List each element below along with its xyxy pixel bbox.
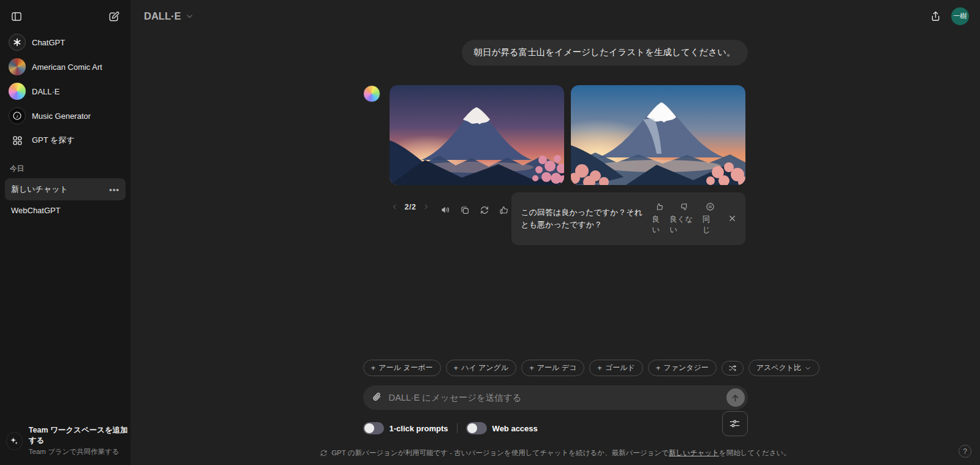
- thumbs-up-icon: [655, 202, 664, 211]
- grid-icon: [9, 132, 26, 149]
- send-button[interactable]: [726, 388, 745, 407]
- image-pager: 2/2: [390, 202, 432, 213]
- comic-avatar-icon: [9, 58, 26, 75]
- sidebar-item-label: GPT を探す: [32, 135, 75, 146]
- new-chat-link[interactable]: 新しいチャット: [669, 449, 719, 456]
- sidebar-item-label: Music Generator: [32, 112, 91, 121]
- history-section-label: 今日: [5, 153, 126, 178]
- style-chip-fantasy[interactable]: +ファンタジー: [648, 360, 717, 376]
- chip-label: ファンタジー: [663, 363, 708, 373]
- sidebar-item-chatgpt[interactable]: ChatGPT: [5, 31, 126, 54]
- toggle-label: 1-click prompts: [390, 424, 448, 433]
- feedback-same-button[interactable]: 同じ: [703, 202, 718, 235]
- user-message: 朝日が昇る富士山をイメージしたイラストを生成してください。: [462, 40, 748, 66]
- style-chip-high-angle[interactable]: +ハイ アングル: [446, 360, 517, 376]
- team-upsell-subtitle: Team プランで共同作業する: [29, 447, 130, 456]
- thumbs-up-icon[interactable]: [496, 202, 512, 218]
- sidebar-item-label: American Comic Art: [32, 62, 102, 72]
- feedback-option-label: 良い: [652, 214, 668, 235]
- version-notice: GPT の新バージョンが利用可能です - 古いバージョンを使用してチャットを続け…: [363, 448, 748, 458]
- dalle-color-wheel-icon: [9, 83, 26, 100]
- chatgpt-logo-icon: [9, 34, 26, 51]
- equals-circle-icon: [706, 202, 715, 211]
- notice-text: を開始してください。: [719, 449, 791, 456]
- assistant-turn: 2/2: [363, 85, 748, 218]
- sliders-icon: [729, 418, 741, 429]
- style-chip-gold[interactable]: +ゴールド: [589, 360, 643, 376]
- attach-file-icon[interactable]: [372, 392, 383, 403]
- arrow-up-icon: [730, 393, 741, 403]
- sidebar: ChatGPT American Comic Art DALL·E ♪ Musi…: [0, 0, 130, 465]
- sparkle-icon: [6, 432, 23, 450]
- generated-image-1[interactable]: [390, 85, 564, 185]
- sidebar-item-dalle[interactable]: DALL·E: [5, 80, 126, 103]
- message-input-bar: [363, 385, 748, 410]
- history-item-label: WebChatGPT: [11, 206, 61, 215]
- one-click-prompts-toggle[interactable]: 1-click prompts: [363, 422, 448, 434]
- topbar: DALL·E 一樹: [130, 0, 980, 30]
- previous-page-icon[interactable]: [390, 202, 400, 213]
- team-workspace-upsell[interactable]: Team ワークスペースを追加する Team プランで共同作業する: [6, 425, 130, 456]
- page-indicator: 2/2: [405, 203, 417, 211]
- share-icon[interactable]: [930, 10, 941, 22]
- help-button[interactable]: ?: [959, 445, 971, 458]
- model-switcher[interactable]: DALL·E: [140, 8, 198, 25]
- refresh-icon: [320, 449, 328, 457]
- feedback-option-label: 良くない: [669, 214, 700, 235]
- message-controls: 2/2: [390, 202, 745, 218]
- new-chat-icon[interactable]: [106, 9, 122, 25]
- web-access-toggle[interactable]: Web access: [466, 422, 538, 434]
- sidebar-item-label: ChatGPT: [32, 38, 65, 47]
- sidebar-item-explore-gpts[interactable]: GPT を探す: [5, 129, 126, 152]
- toggle-switch[interactable]: [363, 422, 384, 434]
- feedback-bad-button[interactable]: 良くない: [669, 202, 700, 235]
- app: ChatGPT American Comic Art DALL·E ♪ Musi…: [0, 0, 980, 465]
- model-name: DALL·E: [144, 10, 181, 22]
- plus-icon: +: [529, 363, 534, 372]
- history-item-new-chat[interactable]: 新しいチャット •••: [5, 178, 126, 200]
- close-icon[interactable]: [728, 214, 737, 223]
- read-aloud-icon[interactable]: [437, 202, 453, 218]
- music-note-icon: ♪: [9, 107, 26, 124]
- notice-text: GPT の新バージョンが利用可能です - 古いバージョンを使用してチャットを続け…: [331, 449, 669, 456]
- close-sidebar-icon[interactable]: [9, 9, 24, 25]
- plus-icon: +: [371, 363, 376, 372]
- composer: +アール ヌーボー +ハイ アングル +アール デコ +ゴールド +ファンタジー…: [363, 360, 748, 465]
- style-chip-art-nouveau[interactable]: +アール ヌーボー: [363, 360, 441, 376]
- divider: [457, 423, 458, 433]
- user-avatar[interactable]: 一樹: [951, 7, 969, 25]
- message-input[interactable]: [389, 393, 726, 403]
- chip-label: アール ヌーボー: [379, 363, 432, 373]
- chevron-down-icon: [185, 12, 194, 21]
- next-page-icon[interactable]: [421, 202, 431, 213]
- shuffle-icon: [728, 364, 737, 372]
- chip-label: アール デコ: [537, 363, 576, 373]
- svg-text:♪: ♪: [16, 113, 18, 119]
- plus-icon: +: [656, 363, 661, 372]
- copy-icon[interactable]: [457, 202, 473, 218]
- chip-label: ゴールド: [605, 363, 635, 373]
- aspect-ratio-dropdown[interactable]: アスペクト比: [748, 360, 820, 376]
- extension-settings-button[interactable]: [722, 411, 748, 436]
- dalle-avatar-icon: [363, 85, 380, 102]
- plus-icon: +: [597, 363, 602, 372]
- toggle-label: Web access: [492, 424, 538, 433]
- history-item-options-icon[interactable]: •••: [109, 185, 119, 194]
- sidebar-item-label: DALL·E: [32, 87, 60, 96]
- regenerate-icon[interactable]: [477, 202, 492, 218]
- sidebar-item-american-comic-art[interactable]: American Comic Art: [5, 55, 126, 78]
- plus-icon: +: [454, 363, 459, 372]
- chip-label: ハイ アングル: [461, 363, 508, 373]
- toggle-switch[interactable]: [466, 422, 487, 434]
- aspect-ratio-label: アスペクト比: [756, 363, 801, 373]
- feedback-option-label: 同じ: [703, 214, 718, 235]
- shuffle-styles-button[interactable]: [722, 361, 744, 376]
- sidebar-item-music-generator[interactable]: ♪ Music Generator: [5, 104, 126, 127]
- feedback-good-button[interactable]: 良い: [652, 202, 668, 235]
- prompt-chips-row: +アール ヌーボー +ハイ アングル +アール デコ +ゴールド +ファンタジー…: [363, 360, 748, 376]
- history-item-webchatgpt[interactable]: WebChatGPT: [5, 200, 126, 221]
- main-area: DALL·E 一樹 朝日が昇る富士山をイメージしたイラストを生成してください。: [130, 0, 980, 465]
- generated-image-2[interactable]: [571, 85, 745, 185]
- style-chip-art-deco[interactable]: +アール デコ: [521, 360, 584, 376]
- feedback-card: この回答は良かったですか？それとも悪かったですか？ 良い 良くない: [511, 192, 745, 245]
